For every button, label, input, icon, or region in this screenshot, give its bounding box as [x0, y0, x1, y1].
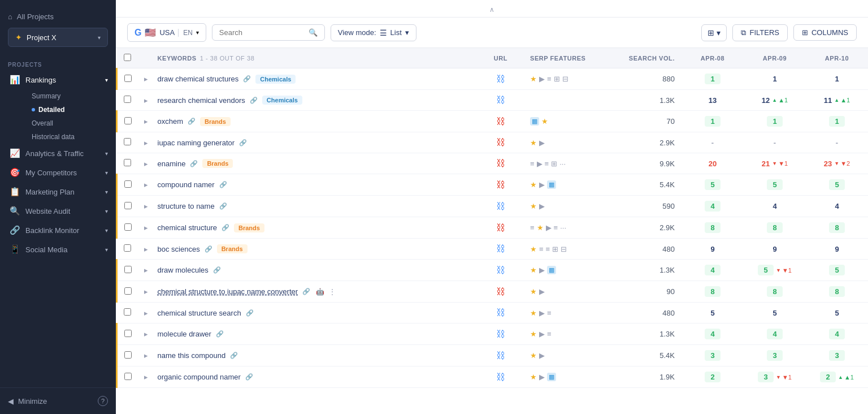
url-cell: ⛓ [478, 239, 523, 260]
row-checkbox[interactable] [124, 351, 132, 359]
more-icon[interactable]: ⋮ [328, 287, 337, 297]
ai-icon[interactable]: 🤖 [315, 287, 326, 297]
serp-cell: ▩★ [523, 111, 619, 132]
expand-cell[interactable]: ▸ [137, 324, 151, 345]
keyword-link-icon[interactable]: 🔗 [245, 373, 253, 381]
row-checkbox[interactable] [124, 75, 132, 82]
row-checkbox[interactable] [124, 180, 132, 188]
keyword-link-icon[interactable]: 🔗 [230, 352, 238, 359]
expand-cell[interactable]: ▸ [137, 260, 151, 281]
expand-cell[interactable]: ▸ [137, 281, 151, 303]
keyword-link-icon[interactable]: 🔗 [188, 118, 196, 125]
apr09-rank: 8 [767, 222, 783, 233]
row-checkbox[interactable] [124, 308, 131, 316]
country-selector[interactable]: G 🇺🇸 USA EN ▾ [127, 23, 206, 42]
header-apr09-col[interactable]: APR-09 [744, 48, 806, 68]
url-link-icon[interactable]: ⛓ [496, 117, 505, 126]
sidebar-item-rankings[interactable]: 📊 Rankings ▾ [0, 70, 116, 89]
expand-cell[interactable]: ▸ [137, 174, 151, 196]
columns-button[interactable]: ⊞ COLUMNS [793, 24, 857, 41]
subnav-overall[interactable]: Overall [24, 117, 116, 130]
collapse-icon[interactable]: ∧ [489, 6, 494, 14]
url-link-icon[interactable]: ⛓ [496, 287, 505, 296]
expand-cell[interactable]: ▸ [137, 68, 151, 90]
keyword-link-icon[interactable]: 🔗 [213, 266, 221, 274]
select-all-checkbox[interactable] [124, 54, 131, 61]
apr09-cell: 9 [744, 239, 806, 260]
keyword-link-icon[interactable]: 🔗 [222, 224, 229, 231]
subnav-historical[interactable]: Historical data [24, 130, 116, 144]
analytics-arrow-icon: ▾ [105, 150, 108, 157]
view-mode-selector[interactable]: View mode: ☰ List ▾ [331, 24, 416, 41]
row-checkbox[interactable] [124, 202, 132, 209]
expand-cell[interactable]: ▸ [137, 239, 151, 260]
row-checkbox[interactable] [124, 244, 131, 252]
filters-button[interactable]: ⧉ FILTERS [732, 24, 788, 41]
keyword-link-icon[interactable]: 🔗 [219, 181, 227, 188]
help-icon[interactable]: ? [98, 396, 108, 406]
url-link-icon[interactable]: ⛓ [496, 329, 505, 339]
vol-sort[interactable]: SEARCH VOL. [626, 55, 675, 62]
subnav-summary[interactable]: Summary [24, 89, 116, 103]
row-checkbox[interactable] [124, 266, 132, 273]
keyword-link-icon[interactable]: 🔗 [205, 245, 212, 253]
url-link-icon[interactable]: ⛓ [496, 244, 505, 253]
all-projects-link[interactable]: ⌂ All Projects [8, 9, 108, 24]
keyword-link-icon[interactable]: 🔗 [219, 202, 227, 210]
url-cell: ⛓ [478, 174, 523, 196]
expand-cell[interactable]: ▸ [137, 196, 151, 217]
apr08-rank: 2 [705, 372, 721, 382]
expand-cell[interactable]: ▸ [137, 303, 151, 324]
keyword-link-icon[interactable]: 🔗 [190, 160, 198, 167]
expand-cell[interactable]: ▸ [137, 217, 151, 239]
header-keywords-col[interactable]: KEYWORDS 1 - 38 OUT OF 38 [151, 48, 479, 68]
url-link-icon[interactable]: ⛓ [496, 223, 505, 232]
social-label: Social Media [25, 245, 67, 254]
analytics-icon: 📈 [10, 148, 20, 158]
subnav-detailed[interactable]: Detailed [24, 103, 116, 117]
url-link-icon[interactable]: ⛓ [496, 351, 505, 360]
url-link-icon[interactable]: ⛓ [496, 180, 505, 189]
keyword-link-icon[interactable]: 🔗 [216, 330, 224, 338]
row-checkbox[interactable] [124, 96, 131, 103]
header-apr08-col[interactable]: APR-08 [682, 48, 744, 68]
sidebar-item-marketing[interactable]: 📋 Marketing Plan ▾ [0, 182, 116, 201]
url-link-icon[interactable]: ⛓ [496, 95, 505, 105]
project-selector[interactable]: ✦ Project X ▾ [8, 28, 108, 47]
expand-cell[interactable]: ▸ [137, 345, 151, 366]
url-link-icon[interactable]: ⛓ [496, 137, 505, 147]
expand-cell[interactable]: ▸ [137, 366, 151, 388]
url-link-icon[interactable]: ⛓ [496, 201, 505, 211]
header-vol-col[interactable]: SEARCH VOL. [619, 48, 682, 68]
expand-cell[interactable]: ▸ [137, 111, 151, 132]
row-checkbox[interactable] [124, 117, 132, 124]
keyword-link-icon[interactable]: 🔗 [302, 288, 310, 295]
row-checkbox[interactable] [124, 287, 132, 295]
view-toggle-button[interactable]: ⊞ ▾ [701, 24, 727, 41]
url-link-icon[interactable]: ⛓ [496, 372, 505, 382]
row-checkbox[interactable] [124, 330, 132, 337]
url-link-icon[interactable]: ⛓ [496, 265, 505, 275]
search-input[interactable] [219, 28, 304, 37]
row-checkbox[interactable] [124, 159, 131, 166]
row-checkbox[interactable] [124, 223, 132, 231]
row-checkbox[interactable] [124, 373, 132, 380]
sidebar-item-analytics[interactable]: 📈 Analytics & Traffic ▾ [0, 144, 116, 163]
minimize-button[interactable]: ◀ Minimize ? [0, 387, 116, 414]
keyword-link-icon[interactable]: 🔗 [239, 139, 247, 146]
sidebar-item-competitors[interactable]: 🎯 My Competitors ▾ [0, 163, 116, 182]
sidebar-item-backlink[interactable]: 🔗 Backlink Monitor ▾ [0, 221, 116, 240]
keyword-link-icon[interactable]: 🔗 [250, 97, 258, 104]
keyword-link-icon[interactable]: 🔗 [246, 309, 254, 317]
header-apr10-col[interactable]: APR-10 [806, 48, 868, 68]
expand-cell[interactable]: ▸ [137, 90, 151, 111]
sidebar-item-social[interactable]: 📱 Social Media ▾ [0, 240, 116, 259]
expand-cell[interactable]: ▸ [137, 132, 151, 153]
keyword-link-icon[interactable]: 🔗 [243, 75, 251, 83]
url-link-icon[interactable]: ⛓ [496, 308, 505, 317]
sidebar-item-audit[interactable]: 🔍 Website Audit ▾ [0, 201, 116, 221]
expand-cell[interactable]: ▸ [137, 153, 151, 174]
url-link-icon[interactable]: ⛓ [496, 74, 505, 84]
url-link-icon[interactable]: ⛓ [496, 158, 505, 168]
row-checkbox[interactable] [124, 138, 131, 145]
